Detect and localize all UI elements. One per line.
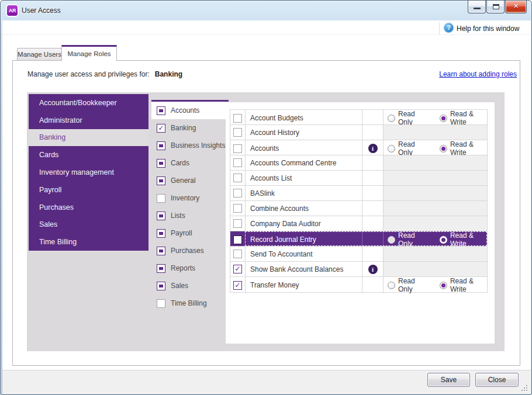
function-checkbox-cell	[230, 201, 245, 216]
category-checkbox[interactable]	[157, 194, 165, 203]
help-link[interactable]: Help for this window	[457, 25, 519, 33]
function-row[interactable]: Combine Accounts	[230, 201, 487, 216]
category-checkbox[interactable]	[157, 282, 165, 290]
function-checkbox[interactable]	[233, 114, 242, 123]
category-item[interactable]: Accounts	[151, 102, 229, 119]
radio-read-write[interactable]	[440, 236, 447, 244]
category-label: Accounts	[171, 106, 199, 115]
category-checkbox[interactable]	[157, 176, 165, 185]
category-checkbox[interactable]	[157, 106, 165, 115]
function-checkbox[interactable]	[233, 265, 242, 273]
category-item[interactable]: General	[151, 172, 227, 189]
category-checkbox[interactable]	[157, 212, 165, 220]
category-item[interactable]: Cards	[151, 154, 227, 172]
radio-read-write-group: Read & Write	[440, 140, 487, 157]
function-row[interactable]: Transfer MoneyRead OnlyRead & Write	[230, 277, 487, 292]
sidebar-item-role[interactable]: Sales	[29, 216, 148, 233]
resize-grip[interactable]	[520, 384, 527, 391]
function-checkbox[interactable]	[233, 250, 242, 258]
info-icon[interactable]: i	[368, 144, 378, 153]
radio-read-only-group: Read Only	[388, 110, 427, 126]
category-selected-row[interactable]: Accounts	[151, 100, 229, 119]
functions-panel: Account BudgetsRead OnlyRead & WriteAcco…	[226, 102, 495, 344]
category-item[interactable]: Sales	[151, 277, 227, 294]
sidebar-item-role[interactable]: Time Billing	[29, 233, 148, 251]
category-checkbox[interactable]	[157, 299, 165, 308]
function-checkbox[interactable]	[233, 174, 242, 182]
function-checkbox[interactable]	[233, 219, 242, 228]
category-item[interactable]: Inventory	[151, 189, 227, 207]
function-row[interactable]: Accounts List	[230, 171, 487, 186]
category-item[interactable]: Business Insights	[151, 137, 227, 154]
category-item[interactable]: Purchases	[151, 242, 227, 259]
maximize-button[interactable]	[486, 1, 505, 13]
radio-read-write-label: Read & Write	[450, 140, 487, 157]
function-checkbox[interactable]	[233, 158, 242, 167]
function-row[interactable]: Send To Accountant	[230, 247, 487, 262]
category-checkbox[interactable]	[157, 229, 165, 238]
titlebar[interactable]: AR User Access ✕	[1, 1, 532, 20]
user-access-window: AR User Access ✕ ? Help for this window …	[0, 0, 532, 395]
function-access-cell: Read OnlyRead & Write	[383, 231, 487, 248]
category-item[interactable]: Lists	[151, 207, 227, 224]
radio-read-write[interactable]	[440, 145, 447, 153]
learn-about-adding-roles-link[interactable]: Learn about adding roles	[439, 70, 517, 78]
function-checkbox[interactable]	[233, 128, 242, 137]
sidebar-item-role[interactable]: Payroll	[29, 181, 148, 199]
info-icon[interactable]: i	[368, 265, 378, 274]
function-access-cell	[383, 125, 487, 140]
sidebar-item-role[interactable]: Accountant/Bookkeeper	[29, 94, 148, 112]
radio-read-only[interactable]	[388, 145, 395, 153]
workspace: Accountant/BookkeeperAdministratorBankin…	[27, 92, 505, 351]
category-item[interactable]: Banking	[151, 119, 227, 137]
radio-read-only-label: Read Only	[398, 277, 427, 293]
category-checkbox[interactable]	[157, 264, 165, 273]
function-checkbox[interactable]	[233, 204, 242, 213]
function-row[interactable]: Record Journal EntryRead OnlyRead & Writ…	[230, 231, 487, 247]
function-row[interactable]: Accounts Command Centre	[230, 155, 487, 171]
close-button[interactable]: Close	[475, 373, 519, 387]
radio-read-write[interactable]	[440, 115, 447, 122]
save-button[interactable]: Save	[427, 373, 470, 387]
category-checkbox[interactable]	[157, 141, 165, 150]
function-checkbox[interactable]	[233, 281, 242, 290]
function-access-cell	[383, 201, 487, 216]
function-checkbox[interactable]	[233, 144, 242, 153]
function-row[interactable]: Show Bank Account Balancesi	[230, 262, 487, 277]
minimize-button[interactable]	[468, 1, 486, 13]
tab-manage-roles[interactable]: Manage Roles	[61, 45, 117, 61]
sidebar-item-role[interactable]: Banking	[29, 129, 148, 147]
function-row[interactable]: Company Data Auditor	[230, 216, 487, 231]
sidebar-item-role[interactable]: Purchases	[29, 199, 148, 216]
function-row[interactable]: Account History	[230, 125, 487, 140]
category-checkbox[interactable]	[157, 247, 165, 255]
function-label-cell: Accounts List	[245, 171, 362, 185]
function-access-cell	[383, 216, 487, 231]
function-checkbox[interactable]	[233, 189, 242, 198]
function-row[interactable]: Account BudgetsRead OnlyRead & Write	[230, 110, 487, 125]
category-checkbox[interactable]	[157, 159, 165, 168]
app-icon: AR	[7, 5, 18, 16]
sidebar-item-role[interactable]: Cards	[29, 146, 148, 164]
category-label: Inventory	[171, 194, 199, 202]
category-label: Banking	[171, 124, 196, 132]
function-row[interactable]: AccountsiRead OnlyRead & Write	[230, 140, 487, 155]
sidebar-item-role[interactable]: Inventory management	[29, 164, 148, 181]
function-label-cell: Record Journal Entry	[245, 231, 362, 248]
category-item[interactable]: Reports	[151, 259, 227, 277]
tab-content-panel: Manage user access and privileges for: B…	[12, 60, 520, 366]
radio-read-write[interactable]	[440, 282, 447, 289]
tab-manage-users[interactable]: Manage Users	[17, 48, 62, 60]
function-row[interactable]: BASlink	[230, 186, 487, 201]
radio-read-only[interactable]	[388, 115, 395, 122]
close-window-button[interactable]: ✕	[505, 1, 527, 13]
radio-read-only[interactable]	[388, 236, 395, 244]
function-checkbox-cell	[230, 125, 245, 140]
function-checkbox[interactable]	[233, 235, 242, 244]
help-icon[interactable]: ?	[444, 23, 454, 33]
category-item[interactable]: Time Billing	[151, 294, 227, 312]
category-checkbox[interactable]	[157, 124, 165, 133]
sidebar-item-role[interactable]: Administrator	[29, 112, 148, 129]
category-item[interactable]: Payroll	[151, 224, 227, 242]
radio-read-only[interactable]	[388, 282, 395, 289]
